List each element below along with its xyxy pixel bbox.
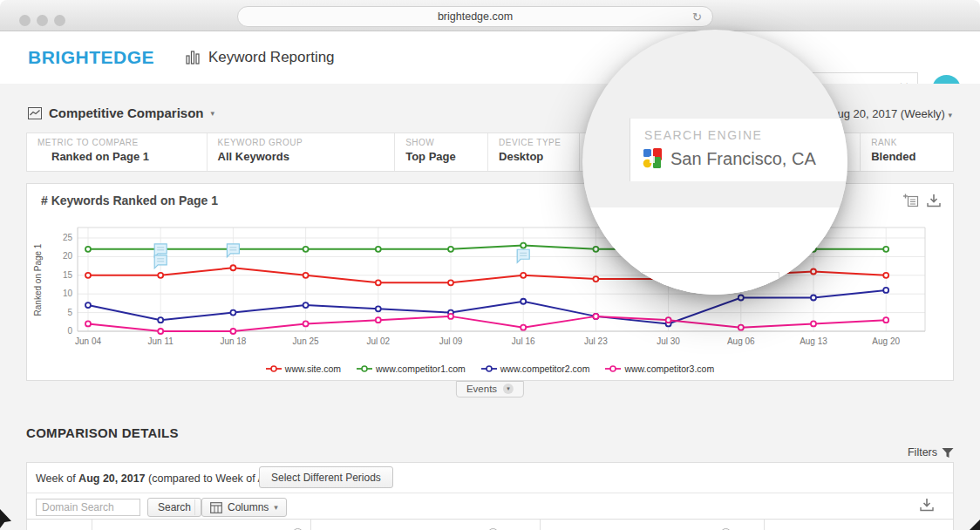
y-tick-label: 25 [63, 233, 73, 242]
x-tick-label: Jun 04 [75, 336, 101, 346]
data-point[interactable] [666, 317, 671, 323]
data-point[interactable] [811, 269, 816, 275]
data-point[interactable] [593, 276, 598, 282]
data-point[interactable] [230, 329, 235, 334]
columns-button[interactable]: Columns ▾ [201, 498, 287, 517]
bar-chart-icon [186, 51, 201, 65]
data-point[interactable] [85, 321, 91, 326]
data-point[interactable] [158, 273, 163, 278]
table-header-graph[interactable] [27, 520, 92, 530]
data-point[interactable] [376, 247, 381, 252]
select-different-periods-button[interactable]: Select Different Periods [259, 466, 393, 488]
data-point[interactable] [448, 247, 453, 252]
legend-marker [481, 365, 497, 372]
search-button[interactable]: Search [147, 498, 201, 517]
reload-icon[interactable]: ↻ [692, 8, 702, 27]
magnified-search-engine-filter[interactable]: SEARCH ENGINE San Francisco, CA [630, 118, 847, 181]
series-line-www.competitor3.com [88, 316, 886, 331]
url-bar[interactable]: brightedge.com ↻ [237, 6, 713, 27]
x-tick-label: Jul 16 [512, 336, 535, 346]
data-point[interactable] [811, 321, 816, 326]
page-title-text: Keyword Reporting [208, 49, 335, 66]
data-point[interactable] [85, 273, 91, 278]
filter-show[interactable]: SHOW Top Page [395, 133, 488, 171]
section-dropdown-competitive-comparison[interactable]: Competitive Comparison ▾ [28, 105, 214, 120]
data-point[interactable] [158, 329, 163, 334]
chart-title: # Keywords Ranked on Page 1 [41, 194, 218, 207]
week-bold: Aug 20, 2017 [78, 472, 145, 485]
data-point[interactable] [521, 299, 526, 304]
legend-item-www.competitor1.com[interactable]: www.competitor1.com [357, 364, 466, 374]
filters-label: Filters [908, 446, 937, 459]
window-close-button[interactable] [19, 15, 31, 26]
line-chart-icon [28, 107, 42, 119]
filter-device-type[interactable]: DEVICE TYPE Desktop [488, 133, 580, 171]
filter-rank[interactable]: RANK Blended [861, 133, 953, 171]
data-point[interactable] [448, 314, 453, 319]
data-point[interactable] [303, 247, 309, 252]
filter-keyword-group[interactable]: KEYWORD GROUP All Keywords [208, 133, 396, 171]
data-point[interactable] [376, 280, 381, 285]
x-tick-label: Jul 23 [584, 336, 608, 346]
table-filters-button[interactable]: Filters [908, 446, 954, 459]
filter-value: Desktop [499, 150, 579, 163]
table-header-domain[interactable]: ? [92, 520, 312, 530]
table-header-blended-ranked-pct-2[interactable]: Blended Ranked on Page 1 % [765, 520, 953, 530]
y-tick-label: 20 [63, 251, 73, 261]
legend-item-www.competitor3.com[interactable]: www.competitor3.com [605, 364, 714, 374]
domain-search-input[interactable] [36, 499, 140, 516]
add-to-dashboard-icon[interactable] [903, 194, 919, 207]
data-point[interactable] [738, 295, 744, 300]
filter-metric-to-compare[interactable]: METRIC TO COMPARE Ranked on Page 1 [27, 133, 208, 171]
legend-item-www.site.com[interactable]: www.site.com [266, 364, 341, 374]
events-button[interactable]: Events ▾ [456, 381, 524, 398]
data-point[interactable] [883, 273, 888, 278]
filter-value: San Francisco, CA [643, 148, 816, 170]
filter-label: SHOW [405, 138, 487, 147]
magnified-background [582, 181, 847, 207]
table-header-blended-ranked-pct[interactable]: Blended Ranked on Page 1 % ? [541, 520, 766, 530]
data-point[interactable] [158, 317, 163, 323]
brand-logo[interactable]: BRIGHTEDGE [28, 47, 154, 68]
chevron-down-icon: ▾ [948, 111, 952, 119]
y-axis-label: Ranked on Page 1 [33, 243, 43, 316]
data-point[interactable] [521, 243, 526, 248]
legend-item-www.competitor2.com[interactable]: www.competitor2.com [481, 364, 590, 374]
data-point[interactable] [376, 306, 381, 311]
download-icon[interactable] [920, 498, 934, 512]
data-point[interactable] [521, 325, 526, 330]
x-tick-label: Jun 18 [220, 336, 246, 346]
data-point[interactable] [883, 317, 888, 323]
series-line-www.competitor2.com [88, 290, 886, 324]
data-point[interactable] [448, 280, 453, 285]
legend-marker [357, 365, 372, 372]
data-point[interactable] [303, 273, 309, 278]
data-point[interactable] [883, 247, 888, 252]
chevron-down-icon: ▾ [274, 503, 278, 512]
data-point[interactable] [521, 273, 526, 278]
data-point[interactable] [376, 317, 381, 323]
legend-marker [266, 365, 282, 372]
data-point[interactable] [303, 302, 309, 308]
window-minimize-button[interactable] [37, 15, 48, 26]
data-point[interactable] [593, 314, 598, 319]
download-icon[interactable] [927, 194, 941, 207]
data-point[interactable] [593, 247, 598, 252]
data-point[interactable] [85, 247, 91, 252]
data-point[interactable] [738, 325, 744, 330]
table-header-blended-ranked[interactable]: Blended Ranked on Page 1 ? [311, 520, 541, 530]
data-point[interactable] [303, 321, 309, 326]
x-tick-label: Jul 09 [439, 336, 463, 346]
date-range-text: Aug 20, 2017 (Weekly) [830, 107, 945, 120]
app-header: BRIGHTEDGE Keyword Reporting ✕ M [0, 31, 980, 84]
comparison-details-panel: Week of Aug 20, 2017 (compared to Week o… [26, 462, 954, 530]
app-window: brightedge.com ↻ BRIGHTEDGE Keyword Repo… [0, 0, 980, 530]
data-point[interactable] [85, 302, 91, 308]
window-zoom-button[interactable] [54, 15, 65, 26]
data-point[interactable] [811, 295, 816, 300]
data-point[interactable] [883, 288, 888, 293]
data-point[interactable] [230, 310, 235, 316]
filter-value: Ranked on Page 1 [51, 150, 207, 163]
data-point[interactable] [230, 265, 235, 270]
date-range-selector[interactable]: Aug 20, 2017 (Weekly) ▾ [830, 107, 952, 120]
